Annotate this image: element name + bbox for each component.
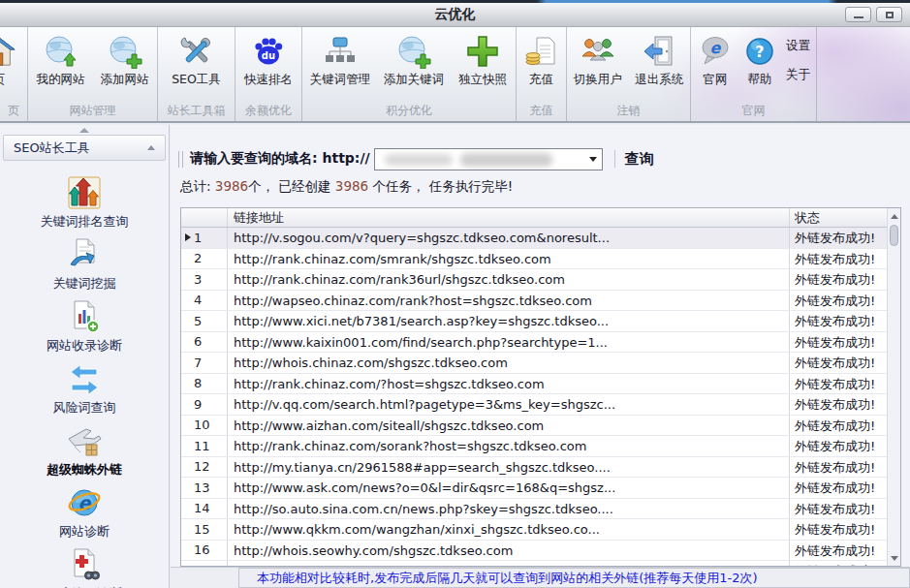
add-website-button[interactable]: 添加网站: [93, 27, 157, 103]
main-panel: 请输入要查询的域名: http:// 查询 总计: 3986个， 已经创建 39…: [171, 125, 910, 588]
seo-tools-button[interactable]: SEO工具: [160, 27, 234, 103]
ie-bubble-icon: e: [697, 32, 734, 71]
usage-note: 本功能相对比较耗时,发布完成后隔几天就可以查询到网站的相关外链(推荐每天使用1-…: [257, 570, 758, 587]
chevron-up-icon: [147, 145, 155, 150]
column-header-status[interactable]: 状态: [790, 208, 887, 227]
sidebar-splitter[interactable]: [0, 125, 169, 135]
ribbon-group-label: 网站管理: [28, 103, 157, 121]
row-marker-icon: [185, 233, 191, 241]
maximize-button[interactable]: [876, 7, 902, 22]
ie-logo-icon: e: [66, 485, 103, 520]
official-site-button[interactable]: e 官网: [693, 27, 737, 103]
my-website-button[interactable]: 我的网站: [29, 27, 93, 103]
globe-plus-icon: [107, 32, 143, 71]
doc-chart-plus-icon: [66, 299, 103, 334]
column-header-url[interactable]: 链接地址: [228, 208, 790, 227]
ribbon-group-label: 官网: [691, 103, 816, 121]
switch-user-label: 切换用户: [574, 72, 622, 88]
sidebar-item-site-diagnosis[interactable]: e 网站诊断: [59, 485, 110, 541]
about-button[interactable]: 关于: [782, 65, 814, 85]
sidebar-item-site-index-diagnosis[interactable]: 网站收录诊断: [47, 299, 122, 355]
exit-system-label: 退出系统: [635, 72, 683, 88]
table-row[interactable]: 14http://so.auto.sina.com.cn/news.php?sk…: [181, 499, 900, 520]
dropdown-arrow-button[interactable]: [584, 149, 602, 170]
scroll-up-icon: [891, 214, 898, 219]
ribbon-group-label: 站长工具箱: [158, 103, 235, 121]
table-row[interactable]: 3http://rank.chinaz.com/rank36url/shgszc…: [181, 269, 900, 291]
table-row[interactable]: 8http://rank.chinaz.com/?host=shgszc.tdk…: [181, 374, 900, 395]
official-site-label: 官网: [704, 72, 728, 88]
table-row[interactable]: 2http://rank.chinaz.com/smrank/shgszc.td…: [181, 249, 900, 270]
table-row[interactable]: 1http://v.sogou.com/v?query=shgszc.tdkse…: [181, 228, 900, 249]
scroll-up-button[interactable]: [888, 209, 900, 223]
sidebar-item-label: 网站收录诊断: [47, 337, 122, 355]
sidebar-item-keyword-mining[interactable]: 关键词挖掘: [53, 237, 116, 293]
table-row[interactable]: 15http://www.qkkm.com/wangzhan/xinxi_shg…: [181, 519, 900, 541]
keyword-manage-button[interactable]: 关键词管理: [303, 27, 377, 103]
ribbon-group-recharge: 充值 充值: [517, 27, 567, 121]
globe-plus-icon: [395, 32, 432, 71]
sidebar-header[interactable]: SEO站长工具: [3, 135, 166, 161]
standalone-snapshot-button[interactable]: 独立快照: [451, 27, 515, 103]
splitter-up-icon: [79, 128, 89, 133]
table-row[interactable]: 9http://v.qq.com/search.html?pagetype=3&…: [181, 394, 900, 416]
ribbon-group-home: 页 页: [0, 27, 28, 121]
table-row[interactable]: 7http://whois.chinaz.com/shgszc.tdkseo.c…: [181, 353, 900, 374]
exit-door-icon: [641, 32, 677, 71]
settings-button[interactable]: 设置: [782, 36, 814, 56]
results-table: 链接地址 状态 1http://v.sogou.com/v?query=shgs…: [180, 207, 901, 567]
table-row[interactable]: 13http://www.ask.com/news?o=0&l=dir&qsrc…: [181, 478, 900, 499]
vertical-scrollbar[interactable]: [887, 208, 900, 566]
add-keyword-label: 添加关键词: [384, 72, 445, 88]
query-button[interactable]: 查询: [625, 150, 654, 169]
minimize-icon: [854, 16, 863, 18]
table-row[interactable]: 5http://www.xici.net/b7381/search.asp?ke…: [181, 311, 900, 332]
table-row[interactable]: 11http://rank.chinaz.com/sorank?host=shg…: [181, 436, 900, 457]
sidebar-item-label: 风险词查询: [53, 399, 116, 417]
sidebar-item-label: 超级蜘蛛外链: [47, 461, 122, 479]
ribbon-group-label: 注销: [567, 103, 690, 121]
ribbon-group-label: 余额优化: [235, 103, 301, 121]
switch-user-button[interactable]: 切换用户: [567, 27, 629, 103]
sidebar-item-label: 网站诊断: [59, 523, 110, 541]
minimize-button[interactable]: [845, 7, 871, 22]
table-row[interactable]: 16http://whois.seowhy.com/shgszc.tdkseo.…: [181, 541, 900, 562]
recharge-button[interactable]: 充值: [518, 27, 566, 103]
fast-ranking-label: 快速排名: [244, 72, 293, 88]
table-row[interactable]: 12http://my.tianya.cn/2961588#app=search…: [181, 457, 900, 479]
censored-text: [460, 153, 552, 167]
ribbon-group-official: e 官网 ? 帮助 设置 关于 官网: [691, 27, 817, 121]
sidebar-item-label: 关键词排名查询: [41, 213, 129, 231]
maximize-icon: [886, 12, 894, 18]
users-icon: [580, 32, 616, 71]
table-row[interactable]: 6http://www.kaixin001.com/find/search.ph…: [181, 332, 900, 354]
help-button[interactable]: ? 帮助: [737, 27, 782, 103]
domain-input[interactable]: [374, 148, 603, 170]
ribbon-group-label: 积分优化: [302, 103, 516, 121]
table-row[interactable]: 4http://wapseo.chinaz.com/rank?host=shgs…: [181, 291, 900, 312]
exit-system-button[interactable]: 退出系统: [629, 27, 691, 103]
query-label: 请输入要查询的域名: http://: [190, 150, 370, 168]
sidebar-item-super-spider-backlink[interactable]: 超级蜘蛛外链: [47, 423, 122, 479]
window-title: 云优化: [435, 6, 476, 23]
sidebar-header-label: SEO站长工具: [14, 139, 90, 157]
sidebar-item-keyword-ranking[interactable]: 关键词排名查询: [41, 175, 129, 231]
doc-cross-binoculars-icon: [66, 547, 103, 582]
scroll-down-button[interactable]: [888, 551, 900, 565]
home-button[interactable]: 页: [0, 27, 27, 103]
fast-ranking-button[interactable]: du 快速排名: [236, 27, 300, 103]
scroll-down-icon: [891, 556, 898, 561]
green-plus-icon: [464, 32, 501, 71]
ribbon-group-logout: 切换用户 退出系统 注销: [567, 27, 691, 121]
sidebar-item-risk-words[interactable]: 风险词查询: [53, 361, 116, 417]
coins-doc-icon: [523, 32, 560, 71]
ribbon-group-balance-opt: du 快速排名 余额优化: [235, 27, 302, 121]
ribbon-group-webmaster-tools: SEO工具 站长工具箱: [158, 27, 235, 121]
title-bar: 云优化: [0, 3, 910, 27]
scrollbar-thumb[interactable]: [890, 225, 898, 246]
svg-text:e: e: [710, 39, 722, 57]
table-row[interactable]: 10http://www.aizhan.com/siteall/shgszc.t…: [181, 416, 900, 437]
seo-tools-label: SEO工具: [172, 72, 221, 88]
add-keyword-button[interactable]: 添加关键词: [377, 27, 451, 103]
sidebar-item-baidu-snapshot-diagnosis[interactable]: 百度快照诊断: [47, 547, 122, 588]
